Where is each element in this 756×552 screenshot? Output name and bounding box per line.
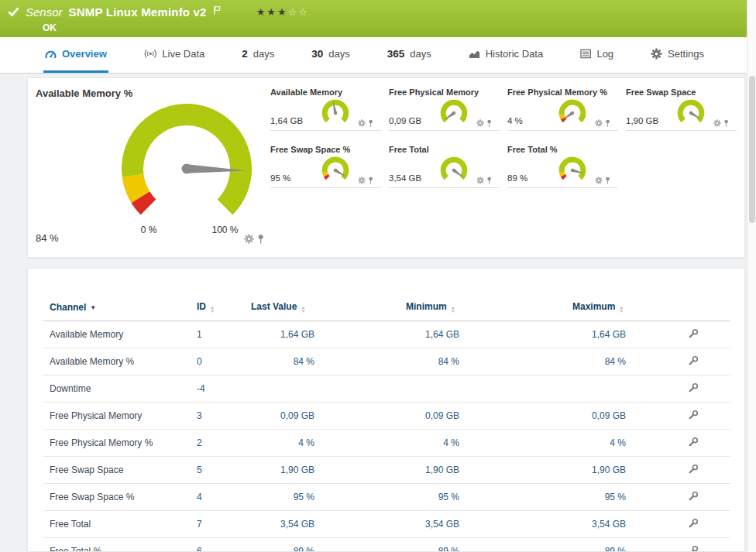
main-gauge [101, 101, 272, 219]
channel-settings-wrench-icon[interactable] [689, 382, 699, 393]
table-row-available-memory[interactable]: Available Memory 1 1,64 GB 1,64 GB 1,64 … [43, 321, 730, 348]
gear-icon[interactable] [358, 177, 366, 184]
cell-maximum [566, 375, 684, 403]
column-header-minimum[interactable]: Minimum▲▼ [400, 295, 566, 321]
cell-last-value: 84 % [245, 348, 400, 375]
channel-settings-wrench-icon[interactable] [689, 545, 699, 552]
mini-gauge-label: Free Physical Memory [389, 87, 500, 97]
cell-id: 4 [191, 484, 245, 511]
star-rating[interactable]: ★★★☆☆ [256, 6, 309, 18]
mini-gauge [315, 156, 356, 185]
pin-icon[interactable] [486, 177, 492, 184]
pin-icon[interactable] [368, 119, 373, 127]
tab-label: Historic Data [486, 48, 543, 60]
table-row-free-swap-space[interactable]: Free Swap Space 5 1,90 GB 1,90 GB 1,90 G… [43, 457, 730, 484]
mini-gauge-free-physical-memory: Free Physical Memory % 4 % [507, 87, 618, 131]
table-row-free-swap-space[interactable]: Free Swap Space % 4 95 % 95 % 95 % [43, 484, 730, 511]
gear-icon[interactable] [713, 119, 721, 127]
tab-settings[interactable]: Settings [649, 37, 706, 73]
tab-365-days[interactable]: 365days [386, 37, 433, 73]
column-header-last-value[interactable]: Last Value▲▼ [245, 295, 400, 321]
pin-icon[interactable] [605, 177, 610, 184]
star-filled-icon[interactable]: ★ [266, 6, 277, 18]
tab-label: days [253, 48, 274, 60]
pin-icon[interactable] [605, 119, 610, 127]
scrollbar-thumb[interactable] [749, 76, 755, 223]
flag-icon[interactable] [213, 5, 221, 15]
cell-channel[interactable]: Downtime [43, 375, 191, 403]
cell-channel[interactable]: Available Memory [43, 321, 191, 348]
table-row-available-memory[interactable]: Available Memory % 0 84 % 84 % 84 % [43, 348, 730, 375]
star-empty-icon[interactable]: ☆ [288, 6, 299, 18]
cell-channel[interactable]: Free Swap Space [43, 457, 191, 484]
pin-icon[interactable] [257, 234, 264, 244]
mini-gauge-value: 89 % [507, 173, 552, 185]
cell-maximum: 1,64 GB [566, 321, 684, 348]
channel-settings-wrench-icon[interactable] [689, 410, 699, 420]
gear-icon[interactable] [595, 119, 603, 127]
sort-icon: ▲▼ [451, 306, 455, 314]
tab-overview[interactable]: Overview [43, 37, 108, 73]
cell-channel[interactable]: Free Total [43, 511, 191, 538]
sensor-header: Sensor SNMP Linux Meminfo v2 ★★★☆☆ OK [0, 0, 747, 37]
tab-number: 365 [387, 48, 405, 60]
gear-icon[interactable] [476, 177, 484, 184]
pin-icon[interactable] [368, 177, 373, 184]
gear-icon[interactable] [476, 119, 484, 127]
column-header-id[interactable]: ID▲▼ [191, 295, 245, 321]
cell-channel[interactable]: Available Memory % [43, 348, 191, 375]
channel-settings-wrench-icon[interactable] [689, 518, 699, 528]
mini-gauge-label: Free Total % [507, 145, 618, 154]
cell-channel[interactable]: Free Swap Space % [43, 484, 191, 511]
gear-icon[interactable] [358, 119, 366, 127]
star-filled-icon[interactable]: ★ [256, 6, 267, 18]
tab-2-days[interactable]: 2days [240, 37, 276, 73]
pin-icon[interactable] [486, 119, 492, 127]
column-label: ID [197, 301, 206, 312]
mini-gauge-label: Free Physical Memory % [507, 87, 618, 97]
table-row-free-total[interactable]: Free Total 7 3,54 GB 3,54 GB 3,54 GB [43, 511, 730, 538]
column-header-channel[interactable]: Channel▼ [43, 295, 191, 321]
vertical-scrollbar[interactable] [747, 0, 756, 552]
tab-30-days[interactable]: 30days [310, 37, 352, 73]
cell-minimum: 0,09 GB [400, 403, 566, 430]
mini-gauge-free-swap-space: Free Swap Space 1,90 GB [626, 87, 737, 131]
column-header-maximum[interactable]: Maximum▲▼ [566, 295, 684, 321]
tab-label: Live Data [162, 48, 204, 60]
table-row-free-total[interactable]: Free Total % 6 89 % 89 % 89 % [43, 538, 730, 552]
pin-icon[interactable] [723, 119, 729, 127]
table-row-free-physical-memory[interactable]: Free Physical Memory % 2 4 % 4 % 4 % [43, 430, 730, 457]
table-row-downtime[interactable]: Downtime -4 [43, 375, 730, 403]
channel-settings-wrench-icon[interactable] [689, 491, 699, 501]
mini-gauge-value: 3,54 GB [389, 173, 434, 185]
star-filled-icon[interactable]: ★ [277, 6, 288, 18]
channel-settings-wrench-icon[interactable] [689, 355, 699, 365]
cell-minimum: 1,64 GB [400, 321, 566, 348]
status-badge: OK [43, 22, 57, 33]
mini-gauge-value: 0,09 GB [389, 116, 434, 128]
cell-channel[interactable]: Free Physical Memory [43, 403, 191, 430]
mini-gauge-label: Available Memory [270, 87, 381, 97]
chart-icon [469, 49, 480, 59]
star-empty-icon[interactable]: ☆ [298, 6, 309, 18]
cell-channel[interactable]: Free Total % [43, 538, 191, 552]
channel-settings-wrench-icon[interactable] [689, 328, 699, 338]
sort-icon: ▲▼ [619, 306, 624, 314]
cell-id: 2 [191, 430, 245, 457]
channel-settings-wrench-icon[interactable] [689, 464, 699, 474]
table-row-free-physical-memory[interactable]: Free Physical Memory 3 0,09 GB 0,09 GB 0… [43, 403, 730, 430]
gear-icon[interactable] [244, 234, 254, 244]
mini-gauge [671, 98, 711, 128]
cell-channel[interactable]: Free Physical Memory % [43, 430, 191, 457]
mini-gauge-free-total: Free Total 3,54 GB [389, 145, 500, 188]
channel-settings-wrench-icon[interactable] [689, 437, 699, 447]
cell-maximum: 0,09 GB [566, 403, 684, 430]
cell-last-value: 0,09 GB [245, 403, 400, 430]
tab-historic-data[interactable]: Historic Data [467, 37, 545, 73]
tab-live-data[interactable]: Live Data [143, 37, 206, 73]
mini-gauge [552, 98, 593, 128]
gear-icon[interactable] [595, 177, 603, 184]
cell-minimum: 4 % [400, 430, 566, 457]
tab-number: 2 [242, 48, 248, 60]
tab-log[interactable]: Log [579, 37, 615, 73]
